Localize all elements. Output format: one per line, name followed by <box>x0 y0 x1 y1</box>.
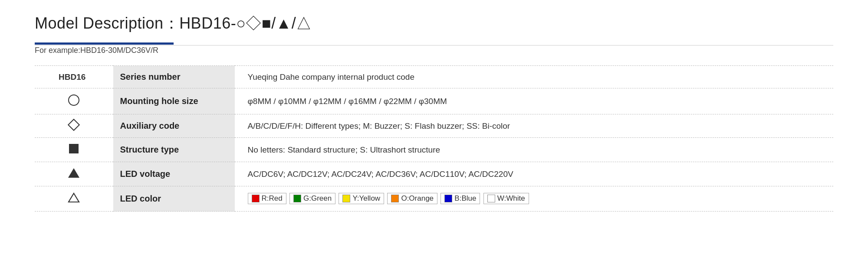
white-swatch <box>487 195 495 202</box>
table-row: Structure type No letters: Standard stru… <box>35 138 833 162</box>
white-label: W:White <box>497 194 525 203</box>
color-badge-orange: O:Orange <box>387 193 437 204</box>
green-swatch <box>293 195 301 202</box>
title-bar-wrapper <box>35 39 833 41</box>
orange-swatch <box>391 195 399 202</box>
color-badge-green: G:Green <box>289 193 335 204</box>
symbol-cell-triangle-filled <box>35 162 113 186</box>
title-divider-line <box>35 45 833 46</box>
table-row: LED voltage AC/DC6V; AC/DC12V; AC/DC24V;… <box>35 162 833 186</box>
triangle-filled-icon <box>68 168 79 178</box>
square-icon <box>69 144 79 153</box>
orange-label: O:Orange <box>401 194 434 203</box>
table-row: Mounting hole size φ8MM / φ10MM / φ12MM … <box>35 88 833 114</box>
diamond-icon <box>68 119 80 131</box>
table-row: LED color R:Red G:Green Y:Yellow <box>35 186 833 212</box>
row-desc-mounting: φ8MM / φ10MM / φ12MM / φ16MM / φ22MM / φ… <box>235 88 833 114</box>
svg-marker-0 <box>69 193 79 202</box>
page-container: Model Description：HBD16-○◇■/▲/△ For exam… <box>35 13 833 212</box>
symbol-cell-circle <box>35 88 113 114</box>
symbol-cell: HBD16 <box>35 66 113 88</box>
symbol-cell-triangle-outline <box>35 186 113 212</box>
triangle-outline-svg <box>68 192 80 203</box>
color-badge-white: W:White <box>483 193 529 204</box>
symbol-cell-diamond <box>35 114 113 138</box>
row-name-series: Series number <box>113 66 235 88</box>
row-desc-auxiliary: A/B/C/D/E/F/H: Different types; M: Buzze… <box>235 114 833 138</box>
color-badge-blue: B:Blue <box>441 193 480 204</box>
model-description-table: HBD16 Series number Yueqing Dahe company… <box>35 65 833 212</box>
color-badge-yellow: Y:Yellow <box>339 193 384 204</box>
yellow-label: Y:Yellow <box>352 194 380 203</box>
row-desc-series: Yueqing Dahe company internal product co… <box>235 66 833 88</box>
red-label: R:Red <box>262 194 283 203</box>
table-row: Auxiliary code A/B/C/D/E/F/H: Different … <box>35 114 833 138</box>
row-name-structure: Structure type <box>113 138 235 162</box>
title-prefix: Model Description： <box>35 14 179 32</box>
green-label: G:Green <box>303 194 332 203</box>
row-name-auxiliary: Auxiliary code <box>113 114 235 138</box>
row-name-color: LED color <box>113 186 235 212</box>
row-desc-color: R:Red G:Green Y:Yellow O:Orange <box>235 186 833 212</box>
series-label: HBD16 <box>59 72 85 81</box>
circle-icon <box>68 94 79 106</box>
row-desc-structure: No letters: Standard structure; S: Ultra… <box>235 138 833 162</box>
page-title: Model Description：HBD16-○◇■/▲/△ <box>35 13 833 34</box>
example-text: For example:HBD16-30M/DC36V/R <box>35 46 833 55</box>
table-row: HBD16 Series number Yueqing Dahe company… <box>35 66 833 88</box>
blue-swatch <box>444 195 452 202</box>
title-bar-container <box>35 39 833 41</box>
red-swatch <box>252 195 260 202</box>
blue-label: B:Blue <box>454 194 476 203</box>
triangle-outline-icon <box>68 192 80 203</box>
row-name-mounting: Mounting hole size <box>113 88 235 114</box>
title-model: HBD16-○◇■/▲/△ <box>179 14 312 32</box>
row-name-voltage: LED voltage <box>113 162 235 186</box>
color-badge-red: R:Red <box>248 193 286 204</box>
row-desc-voltage: AC/DC6V; AC/DC12V; AC/DC24V; AC/DC36V; A… <box>235 162 833 186</box>
symbol-cell-square <box>35 138 113 162</box>
title-accent-bar <box>35 42 174 45</box>
yellow-swatch <box>342 195 350 202</box>
